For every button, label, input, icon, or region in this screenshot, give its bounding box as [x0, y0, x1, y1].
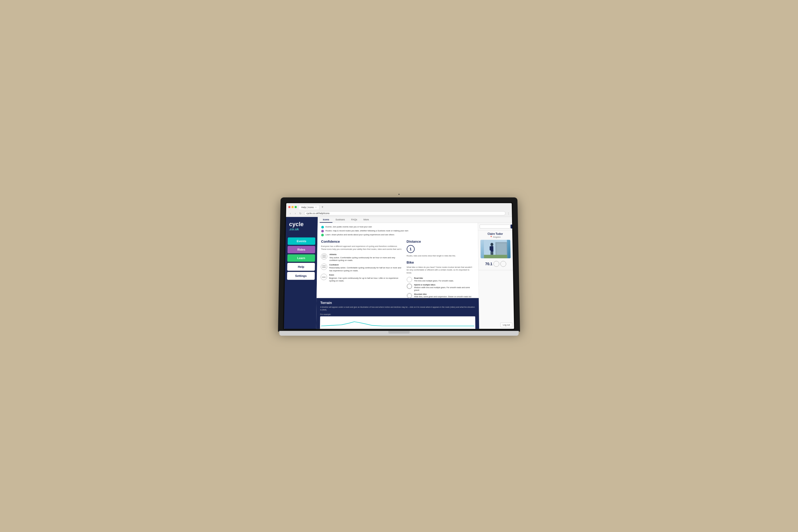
athletic-text: Athletic Very active. Comfortable cyclin…: [329, 253, 402, 262]
address-bar[interactable]: cycle.co.uk/help/icons: [304, 211, 506, 215]
browser-window-controls: [288, 206, 297, 208]
confidence-confident: Confident Reasonably active. Comfortable…: [321, 263, 402, 272]
icons-legend: Events: Join public events near you or h…: [321, 226, 474, 236]
terrain-title: Terrain: [320, 301, 475, 305]
user-name: Claire Tudor: [480, 232, 510, 235]
site-logo: cycle .co.uk: [288, 220, 316, 232]
bike-title: Bike: [407, 260, 475, 264]
stat-number: 70.1: [485, 262, 492, 266]
terrain-desc: A timeline will appear under a route and…: [320, 306, 475, 311]
stat-circle-2: [500, 261, 506, 267]
hybrid-bike-text: Hybrid or multiple bikes Medium width ti…: [414, 284, 475, 291]
bike-section: Bike What bike or bikes do you have? Som…: [407, 260, 475, 301]
browser-menu-icon[interactable]: ⋮: [507, 212, 510, 215]
road-bike-icon: [407, 277, 412, 282]
learn-legend-text: Learn: share photos and words about your…: [325, 233, 394, 236]
legend-item-routes: Routes: map & record routes you take, wh…: [321, 229, 474, 232]
webcam: [398, 194, 400, 195]
content-body: Events: Join public events near you or h…: [316, 223, 514, 329]
confidence-title: Confidence: [321, 240, 402, 243]
sidebar-item-help[interactable]: Help: [287, 263, 315, 271]
nav-buttons: ‹ › ↻: [288, 211, 302, 215]
refresh-button[interactable]: ↻: [298, 211, 302, 215]
svg-rect-7: [491, 252, 492, 254]
athletic-icon: [321, 253, 327, 260]
laptop-base: [279, 331, 519, 336]
user-card: Claire Tudor 📍 Kingston: [478, 230, 513, 270]
tab-icons[interactable]: Icons: [320, 217, 332, 223]
user-location-text: Kingston: [493, 236, 500, 238]
user-location: 📍 Kingston: [480, 236, 510, 238]
logout-button[interactable]: Log out: [500, 322, 512, 327]
terrain-section: Terrain A timeline will appear under a r…: [316, 298, 479, 329]
tab-bar: Help | Icons × +: [298, 205, 325, 209]
main-content: Icons Sustrans FAQs More: [316, 217, 514, 328]
sidebar: cycle .co.uk Events Rides Learn Help Set…: [284, 217, 318, 328]
search-button[interactable]: Search: [510, 225, 514, 228]
distance-desc: Routes, rides and events show their leng…: [407, 254, 475, 257]
forward-button[interactable]: ›: [293, 211, 298, 215]
stats-row: 70.1: [481, 260, 511, 268]
svg-rect-6: [490, 246, 492, 250]
close-window-dot[interactable]: [288, 206, 290, 208]
legend-item-learn: Learn: share photos and words about your…: [321, 233, 474, 236]
sidebar-item-learn[interactable]: Learn: [287, 254, 315, 262]
svg-rect-3: [484, 254, 507, 258]
location-pin-icon: 📍: [490, 236, 492, 238]
events-legend-text: Events: Join public events near you or h…: [326, 226, 372, 228]
terrain-svg: [321, 317, 474, 329]
user-photo-svg: [480, 240, 511, 258]
right-panel: Search Claire Tudor 📍 Kingston: [478, 223, 514, 329]
confident-text: Confident Reasonably active. Comfortable…: [329, 263, 402, 272]
distance-title: Distance: [406, 240, 474, 243]
content-left: Events: Join public events near you or h…: [316, 223, 479, 329]
tab-sustrans[interactable]: Sustrans: [332, 217, 348, 223]
new-tab-button[interactable]: +: [320, 205, 325, 209]
bike-desc: What bike or bikes do you have? Some rou…: [407, 266, 475, 274]
bike-items: Road bike Thin tires and multiple gears.…: [407, 277, 475, 301]
sidebar-item-settings[interactable]: Settings: [287, 272, 315, 280]
mountain-bike-icon: [407, 293, 412, 298]
search-input[interactable]: [480, 225, 510, 228]
confidence-desc: Everyone has a different approach and ex…: [321, 245, 402, 251]
svg-rect-8: [492, 252, 493, 254]
confident-icon: [321, 263, 327, 270]
routes-legend-text: Routes: map & record routes you take, wh…: [325, 229, 408, 232]
legend-item-events: Events: Join public events near you or h…: [321, 226, 474, 228]
logout-area: Log out: [479, 320, 514, 329]
logo-line1: cycle: [289, 221, 315, 227]
keen-text: Keen Beginner. Can cycle continuously fo…: [329, 273, 402, 282]
sidebar-item-events[interactable]: Events: [288, 238, 315, 245]
confidence-items: Athletic Very active. Comfortable cyclin…: [321, 253, 402, 282]
minimize-window-dot[interactable]: [291, 206, 294, 208]
sidebar-item-rides[interactable]: Rides: [288, 246, 315, 253]
logo-line2: .co.uk: [289, 227, 315, 231]
confidence-section: Confidence Everyone has a different appr…: [320, 240, 402, 301]
tab-title: Help | Icons: [301, 206, 314, 208]
active-tab[interactable]: Help | Icons ×: [298, 205, 320, 209]
back-button[interactable]: ‹: [288, 211, 292, 215]
distance-badge: 1: [406, 245, 414, 253]
bike-mountain: Mountain bike Wide tires, some gears and…: [407, 293, 475, 301]
tab-close-button[interactable]: ×: [315, 206, 317, 208]
events-dot: [321, 226, 324, 228]
distance-bike-column: Distance 1 Routes, rides and events show…: [406, 240, 475, 301]
hybrid-bike-icon: [407, 284, 412, 289]
user-photo: [480, 240, 511, 258]
confidence-keen: Keen Beginner. Can cycle continuously fo…: [321, 273, 402, 282]
website-content: cycle .co.uk Events Rides Learn Help Set…: [284, 217, 514, 328]
mountain-bike-text: Mountain bike Wide tires, some gears and…: [414, 293, 475, 301]
learn-dot: [321, 233, 324, 236]
maximize-window-dot[interactable]: [295, 206, 297, 208]
terrain-chart[interactable]: 0 2.5 15 Elevation: 186ft: [320, 316, 475, 329]
confidence-athletic: Athletic Very active. Comfortable cyclin…: [321, 253, 402, 262]
routes-dot: [321, 230, 324, 232]
bike-hybrid: Hybrid or multiple bikes Medium width ti…: [407, 284, 475, 291]
distance-section: Distance 1 Routes, rides and events show…: [406, 240, 474, 257]
search-bar: Search: [478, 223, 512, 230]
road-bike-text: Road bike Thin tires and multiple gears.…: [414, 277, 454, 282]
keen-icon: [321, 273, 327, 280]
tab-more[interactable]: More: [360, 217, 372, 223]
bike-road: Road bike Thin tires and multiple gears.…: [407, 277, 475, 282]
tab-faqs[interactable]: FAQs: [348, 217, 360, 223]
